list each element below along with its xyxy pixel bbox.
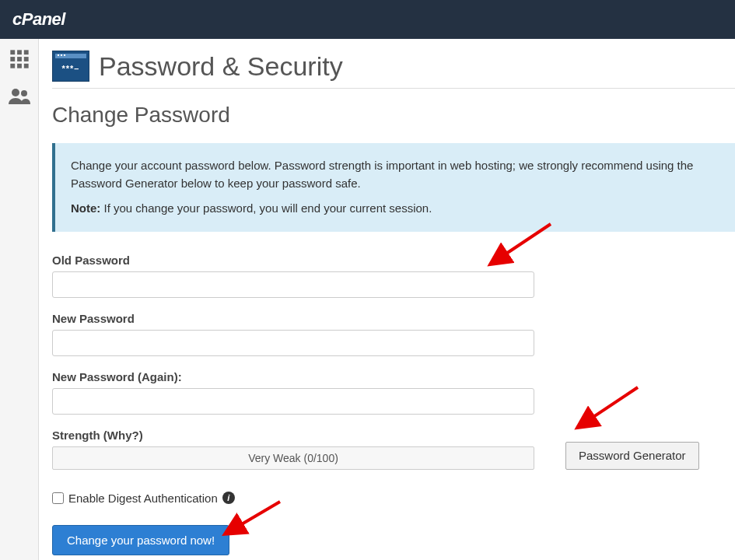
digest-auth-label: Enable Digest Authentication — [68, 492, 218, 505]
strength-meter: Very Weak (0/100) — [52, 446, 534, 470]
alert-note-label: Note: — [71, 201, 100, 215]
new-password-again-label: New Password (Again): — [52, 370, 735, 383]
change-password-button[interactable]: Change your password now! — [52, 525, 229, 555]
svg-rect-4 — [17, 57, 22, 61]
svg-rect-1 — [17, 50, 22, 54]
password-generator-button[interactable]: Password Generator — [565, 442, 699, 470]
digest-auth-checkbox[interactable] — [52, 492, 64, 504]
svg-rect-2 — [23, 50, 28, 54]
main-content: ***– Password & Security Change Password… — [43, 39, 735, 555]
apps-grid-icon[interactable] — [9, 48, 30, 73]
svg-rect-8 — [23, 64, 28, 68]
page-title-row: ***– Password & Security — [52, 51, 735, 82]
top-header: cPanel — [0, 0, 735, 39]
svg-rect-5 — [23, 57, 28, 61]
svg-rect-3 — [10, 57, 15, 61]
old-password-input[interactable] — [52, 271, 534, 298]
svg-rect-0 — [10, 50, 15, 54]
svg-point-9 — [12, 89, 19, 96]
info-icon[interactable]: i — [222, 492, 235, 504]
alert-note-text: If you change your password, you will en… — [104, 201, 432, 215]
old-password-label: Old Password — [52, 254, 735, 267]
password-page-icon: ***– — [52, 51, 89, 82]
sidebar — [0, 39, 39, 560]
new-password-label: New Password — [52, 312, 735, 325]
alert-note: Note: If you change your password, you w… — [71, 200, 719, 218]
users-icon[interactable] — [8, 87, 31, 109]
brand-text: cPanel — [12, 9, 65, 29]
old-password-group: Old Password — [52, 254, 735, 298]
alert-text: Change your account password below. Pass… — [71, 157, 719, 192]
strength-row: Strength (Why?) Very Weak (0/100) Passwo… — [52, 429, 735, 470]
svg-rect-6 — [10, 64, 15, 68]
info-alert: Change your account password below. Pass… — [52, 143, 735, 232]
strength-label: Strength (Why?) — [52, 429, 534, 442]
svg-rect-7 — [17, 64, 22, 68]
new-password-again-input[interactable] — [52, 388, 534, 415]
new-password-again-group: New Password (Again): — [52, 370, 735, 415]
new-password-input[interactable] — [52, 330, 534, 356]
section-title: Change Password — [52, 103, 735, 128]
divider — [52, 88, 735, 89]
page-title: Password & Security — [99, 51, 343, 82]
svg-point-10 — [21, 90, 27, 96]
strength-box: Strength (Why?) Very Weak (0/100) — [52, 429, 534, 470]
digest-auth-row: Enable Digest Authentication i — [52, 492, 735, 505]
new-password-group: New Password — [52, 312, 735, 356]
cpanel-logo: cPanel — [12, 9, 65, 30]
